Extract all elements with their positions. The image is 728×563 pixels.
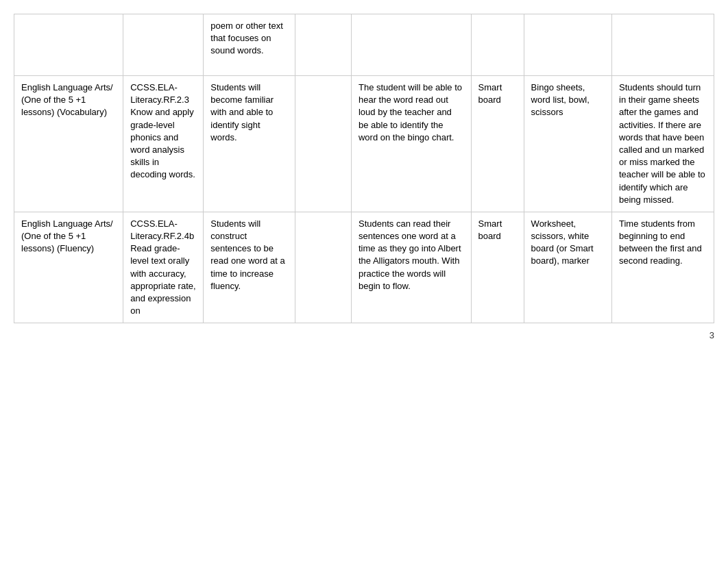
- cell-materials-vocab: Bingo sheets, word list, bowl, scissors: [524, 76, 611, 212]
- cell-objective-vocab: Students will become familiar with and a…: [204, 76, 295, 212]
- cell-materials-top: [524, 14, 611, 76]
- cell-materials-fluency: Worksheet, scissors, white board (or Sma…: [524, 212, 611, 323]
- table-row: poem or other text that focuses on sound…: [14, 14, 714, 76]
- cell-standard-top: [123, 14, 204, 76]
- cell-assessment-top: [612, 14, 714, 76]
- cell-subject-fluency: English Language Arts/ (One of the 5 +1 …: [14, 212, 123, 323]
- page-number: 3: [14, 330, 714, 340]
- cell-tech-top: [471, 14, 524, 76]
- objective-text-vocab: Students will become familiar with and a…: [210, 82, 274, 142]
- learning-text-fluency: Students can read their sentences one wo…: [359, 218, 461, 291]
- subject-text-fluency: English Language Arts/ (One of the 5 +1 …: [21, 218, 113, 253]
- subject-text-vocab: English Language Arts/ (One of the 5 +1 …: [21, 82, 113, 117]
- cell-activity-vocab: [295, 76, 351, 212]
- standard-text-vocab: CCSS.ELA-Literacy.RF.2.3 Know and apply …: [130, 82, 195, 179]
- cell-standard-fluency: CCSS.ELA-Literacy.RF.2.4b Read grade-lev…: [123, 212, 204, 323]
- objective-text-top: poem or other text that focuses on sound…: [210, 21, 283, 55]
- cell-activity-top: [295, 14, 351, 76]
- standard-text-fluency: CCSS.ELA-Literacy.RF.2.4b Read grade-lev…: [130, 218, 195, 316]
- page-number-text: 3: [709, 330, 714, 340]
- cell-activity-fluency: [295, 212, 351, 323]
- cell-learning-top: [351, 14, 471, 76]
- table-row: English Language Arts/ (One of the 5 +1 …: [14, 76, 714, 212]
- cell-objective-fluency: Students will construct sentences to be …: [204, 212, 295, 323]
- cell-subject-vocab: English Language Arts/ (One of the 5 +1 …: [14, 76, 123, 212]
- cell-assessment-fluency: Time students from beginning to end betw…: [612, 212, 714, 323]
- page-container: poem or other text that focuses on sound…: [14, 14, 714, 340]
- tech-text-fluency: Smart board: [478, 218, 502, 241]
- cell-assessment-vocab: Students should turn in their game sheet…: [612, 76, 714, 212]
- cell-standard-vocab: CCSS.ELA-Literacy.RF.2.3 Know and apply …: [123, 76, 204, 212]
- objective-text-fluency: Students will construct sentences to be …: [210, 218, 284, 291]
- materials-text-fluency: Worksheet, scissors, white board (or Sma…: [531, 218, 594, 266]
- cell-learning-vocab: The student will be able to hear the wor…: [351, 76, 471, 212]
- learning-text-vocab: The student will be able to hear the wor…: [359, 82, 462, 142]
- cell-tech-fluency: Smart board: [471, 212, 524, 323]
- cell-subject-top: [14, 14, 123, 76]
- lesson-table: poem or other text that focuses on sound…: [14, 14, 714, 323]
- assessment-text-fluency: Time students from beginning to end betw…: [619, 218, 702, 266]
- cell-learning-fluency: Students can read their sentences one wo…: [351, 212, 471, 323]
- tech-text-vocab: Smart board: [478, 82, 502, 105]
- assessment-text-vocab: Students should turn in their game sheet…: [619, 82, 705, 205]
- materials-text-vocab: Bingo sheets, word list, bowl, scissors: [531, 82, 590, 117]
- table-row: English Language Arts/ (One of the 5 +1 …: [14, 212, 714, 323]
- cell-objective-top: poem or other text that focuses on sound…: [204, 14, 295, 76]
- cell-tech-vocab: Smart board: [471, 76, 524, 212]
